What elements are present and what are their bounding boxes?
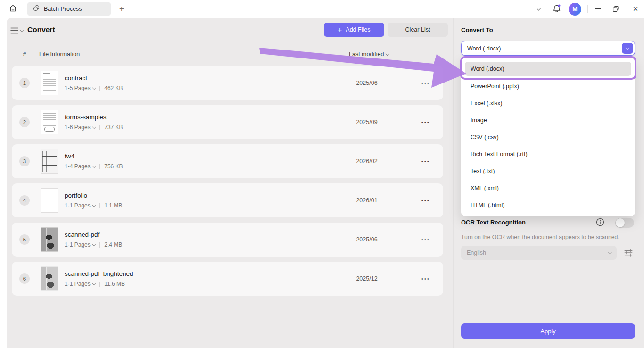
restore-icon	[612, 6, 619, 12]
page-range-dropdown[interactable]: 1-1 Pages	[65, 281, 95, 287]
last-modified-date: 2025/06	[341, 80, 393, 86]
minimize-icon	[595, 8, 601, 9]
apply-label: Apply	[540, 328, 556, 335]
file-row-scanned-pdf-brightened: 6 scanned-pdf_brightened 1-1 Pages 11.6 …	[12, 262, 443, 296]
page-title: Convert	[27, 25, 55, 34]
row-more-button[interactable]: •••	[415, 276, 436, 282]
file-thumbnail	[41, 110, 58, 134]
bell-icon	[551, 3, 562, 15]
column-header-last-modified[interactable]: Last modified	[349, 51, 389, 58]
page-range-dropdown[interactable]: 1-4 Pages	[65, 163, 95, 170]
add-files-button[interactable]: + Add Files	[324, 23, 384, 37]
chevron-down-icon	[608, 250, 611, 254]
ocr-toggle[interactable]	[615, 218, 634, 228]
chevron-down-icon	[92, 86, 96, 90]
file-size: 11.6 MB	[104, 281, 125, 287]
last-modified-date: 2026/01	[341, 197, 393, 204]
toggle-knob	[616, 218, 625, 227]
file-name: fw4	[65, 153, 123, 160]
dropdown-option-word[interactable]: Word (.docx)	[465, 62, 631, 76]
ocr-title: OCR Text Recognition	[461, 219, 526, 226]
ocr-hint-text: Turn on the OCR when the document appear…	[461, 234, 631, 240]
page-range-dropdown[interactable]: 1-1 Pages	[65, 202, 95, 209]
file-thumbnail	[41, 227, 58, 252]
file-name: portfolio	[65, 192, 122, 199]
last-modified-date: 2026/02	[341, 158, 393, 165]
home-icon	[8, 3, 18, 15]
file-name: scanned-pdf	[65, 231, 122, 238]
tab-batch-process[interactable]: Batch Process	[27, 2, 111, 16]
format-select-value: Word (.docx)	[467, 45, 501, 52]
new-tab-button[interactable]: +	[116, 2, 128, 15]
maximize-button[interactable]	[610, 3, 621, 15]
row-more-button[interactable]: •••	[415, 198, 436, 203]
format-select-expand-button[interactable]	[622, 43, 633, 54]
notifications-button[interactable]	[551, 3, 562, 15]
file-size: 737 KB	[104, 124, 123, 131]
add-files-label: Add Files	[346, 26, 370, 33]
apply-button[interactable]: Apply	[461, 323, 635, 339]
file-size: 2.4 MB	[104, 241, 122, 248]
window-dropdown-button[interactable]	[534, 4, 543, 14]
row-more-button[interactable]: •••	[415, 237, 436, 242]
file-row-portfolio: 4 portfolio 1-1 Pages 1.1 MB 2026/01 •••	[12, 183, 443, 217]
file-row-forms-samples: 2 forms-samples 1-6 Pages 737 KB 2025/09…	[12, 105, 443, 139]
row-index-badge: 6	[19, 273, 30, 284]
file-row-scanned-pdf: 5 scanned-pdf 1-1 Pages 2.4 MB 2025/06 •…	[12, 223, 443, 257]
plus-icon: +	[338, 25, 342, 33]
page-range-dropdown[interactable]: 1-1 Pages	[65, 241, 95, 248]
dropdown-option-rtf[interactable]: Rich Text Format (.rtf)	[465, 146, 631, 163]
row-more-button[interactable]: •••	[415, 159, 436, 164]
row-more-button[interactable]: •••	[415, 81, 436, 86]
meta-divider	[99, 86, 100, 91]
dropdown-option-xml[interactable]: XML (.xml)	[465, 180, 631, 197]
dropdown-option-image[interactable]: Image	[465, 112, 631, 129]
chevron-down-icon	[92, 282, 96, 285]
file-thumbnail	[41, 149, 58, 174]
format-select[interactable]: Word (.docx)	[461, 41, 635, 56]
meta-divider	[99, 242, 100, 248]
title-bar: Batch Process + M ×	[0, 0, 644, 18]
dropdown-option-csv[interactable]: CSV (.csv)	[465, 129, 631, 146]
panel-divider	[453, 18, 454, 348]
column-header-file-information: File Information	[39, 51, 80, 58]
chevron-down-icon	[92, 242, 96, 246]
chevron-down-icon	[20, 28, 24, 32]
chevron-down-icon	[536, 6, 541, 10]
file-size: 756 KB	[104, 163, 123, 170]
page-range-dropdown[interactable]: 1-6 Pages	[65, 124, 95, 131]
dropdown-option-excel[interactable]: Excel (.xlsx)	[465, 95, 631, 112]
file-size: 1.1 MB	[104, 202, 122, 209]
minimize-button[interactable]	[592, 3, 603, 15]
dropdown-option-html[interactable]: HTML (.html)	[465, 197, 631, 214]
row-more-button[interactable]: •••	[415, 120, 436, 125]
avatar[interactable]: M	[569, 3, 581, 16]
last-modified-date: 2025/06	[341, 236, 393, 243]
file-size: 462 KB	[104, 85, 123, 91]
file-thumbnail	[41, 266, 58, 291]
file-row-contract: 1 contract 1-5 Pages 462 KB 2025/06 •••	[12, 66, 443, 100]
dropdown-option-powerpoint[interactable]: PowerPoint (.pptx)	[465, 78, 631, 95]
convert-to-label: Convert To	[461, 26, 493, 33]
home-button[interactable]	[6, 3, 19, 16]
ocr-language-select[interactable]: English	[461, 246, 617, 260]
dropdown-option-txt[interactable]: Text (.txt)	[465, 163, 631, 180]
chevron-down-icon	[626, 45, 629, 49]
ocr-settings-button[interactable]	[622, 247, 634, 258]
meta-divider	[99, 203, 100, 208]
sidebar-menu-button[interactable]	[10, 26, 25, 35]
last-modified-date: 2025/12	[341, 275, 393, 282]
info-icon[interactable]	[596, 218, 604, 226]
meta-divider	[99, 125, 100, 130]
file-thumbnail	[41, 188, 58, 213]
file-thumbnail	[41, 71, 58, 95]
meta-divider	[99, 164, 100, 169]
chevron-down-icon	[92, 125, 96, 129]
batch-process-icon	[33, 4, 40, 14]
last-modified-date: 2025/09	[341, 119, 393, 125]
clear-list-button[interactable]: Clear List	[388, 23, 448, 37]
row-index-badge: 4	[19, 195, 30, 206]
close-button[interactable]: ×	[630, 3, 641, 15]
hamburger-icon	[10, 27, 18, 34]
page-range-dropdown[interactable]: 1-5 Pages	[65, 85, 95, 91]
